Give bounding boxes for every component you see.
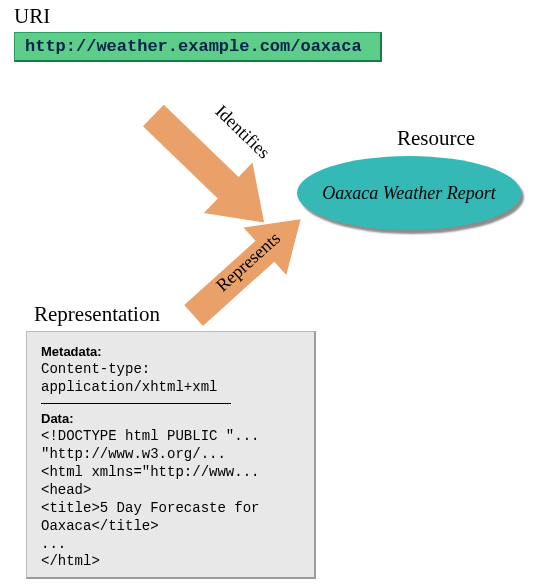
metadata-heading: Metadata: bbox=[41, 344, 300, 361]
data-heading: Data: bbox=[41, 411, 300, 428]
representation-label: Representation bbox=[34, 302, 160, 327]
representation-box: Metadata: Content-type: application/xhtm… bbox=[26, 331, 316, 579]
data-line: </html> bbox=[41, 553, 300, 571]
uri-value: http://weather.example.com/oaxaca bbox=[25, 37, 362, 56]
data-line: ... bbox=[41, 536, 300, 554]
identifies-arrow bbox=[180, 62, 340, 192]
data-line: Oaxaca</title> bbox=[41, 518, 300, 536]
metadata-line: application/xhtml+xml bbox=[41, 379, 300, 397]
metadata-line: Content-type: bbox=[41, 361, 300, 379]
data-line: <title>5 Day Forecaste for bbox=[41, 500, 300, 518]
representation-divider bbox=[41, 403, 231, 404]
data-line: <!DOCTYPE html PUBLIC "... bbox=[41, 428, 300, 446]
uri-box: http://weather.example.com/oaxaca bbox=[14, 32, 382, 62]
data-line: "http://www.w3.org/... bbox=[41, 446, 300, 464]
resource-name: Oaxaca Weather Report bbox=[322, 183, 495, 204]
resource-label: Resource bbox=[397, 126, 475, 151]
data-line: <html xmlns="http://www... bbox=[41, 464, 300, 482]
uri-label: URI bbox=[14, 4, 50, 29]
data-line: <head> bbox=[41, 482, 300, 500]
